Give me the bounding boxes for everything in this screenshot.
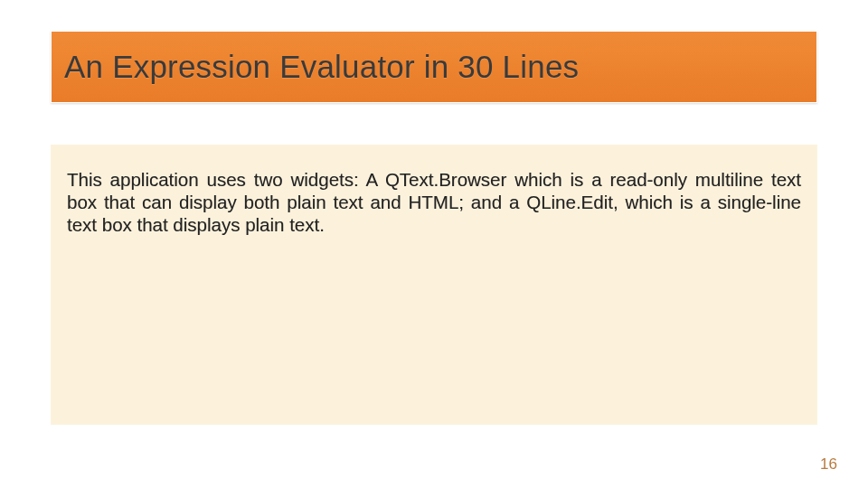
page-number: 16 <box>820 455 837 474</box>
slide-title: An Expression Evaluator in 30 Lines <box>64 49 579 85</box>
title-bar: An Expression Evaluator in 30 Lines <box>51 31 817 103</box>
slide: An Expression Evaluator in 30 Lines This… <box>0 0 868 488</box>
body-box: This application uses two widgets: A QTe… <box>51 145 817 425</box>
slide-body-text: This application uses two widgets: A QTe… <box>67 168 801 236</box>
